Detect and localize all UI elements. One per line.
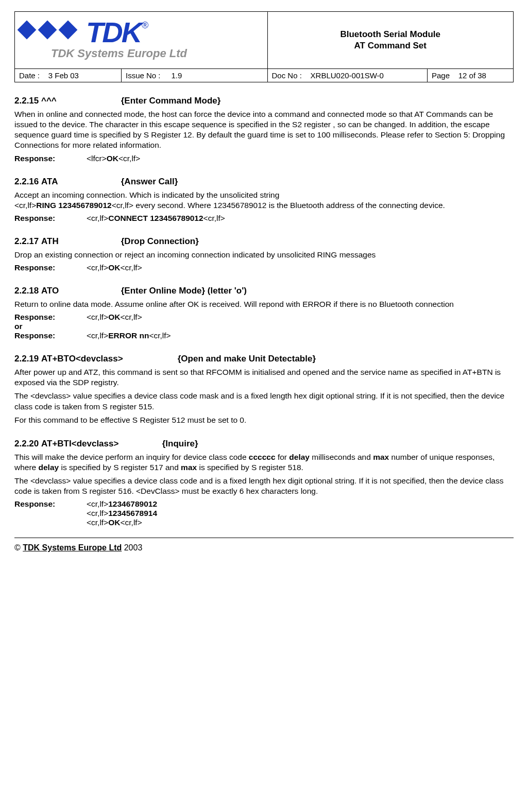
resp-value: <cr,lf>CONNECT 123456789012<cr,lf> <box>87 214 514 223</box>
sec-name: {Drop Connection} <box>121 236 199 246</box>
document-header: TDK ® TDK Systems Europe Ltd Bluetooth S… <box>14 11 514 82</box>
sec-name: {Enter Online Mode} (letter 'o') <box>121 286 247 296</box>
body-2215: When in online and connected mode, the h… <box>14 109 514 151</box>
resp-label: Response: <box>14 263 87 272</box>
resp-label: Response: <box>14 499 87 509</box>
sec-num: 2.2.15 <box>14 96 39 106</box>
or-label: or <box>14 322 23 331</box>
heading-2216: 2.2.16 ATA {Answer Call} <box>14 177 514 187</box>
page-label: Page <box>432 71 450 80</box>
sec-num: 2.2.19 <box>14 354 39 364</box>
body-2219-p3: For this command to be effective S Regis… <box>14 415 514 425</box>
docno-label: Doc No : <box>272 71 302 80</box>
sec-name: {Enter Command Mode} <box>121 96 221 106</box>
sec-cmd: ATH <box>41 236 59 246</box>
sec-cmd: AT+BTO<devclass> <box>41 354 123 364</box>
resp-label: Response: <box>14 214 87 223</box>
body-2216: Accept an incoming connection. Which is … <box>14 190 514 211</box>
resp-value: <cr,lf>ERROR nn<cr,lf> <box>87 331 514 340</box>
response-2220-1: Response: <cr,lf>12346789012 <box>14 499 514 509</box>
tdk-diamonds-icon <box>20 23 82 37</box>
resp-value: <cr,lf>OK<cr,lf> <box>87 263 514 272</box>
issue-cell: Issue No : 1.9 <box>122 69 268 82</box>
sec-num: 2.2.16 <box>14 177 39 186</box>
resp-label: Response: <box>14 313 87 322</box>
doc-title-line1: Bluetooth Serial Module <box>340 29 440 39</box>
issue-label: Issue No : <box>126 71 161 80</box>
body-2217: Drop an existing connection or reject an… <box>14 250 514 260</box>
response-2215: Response: <lfcr>OK<cr,lf> <box>14 154 514 163</box>
docno-cell: Doc No : XRBLU020-001SW-0 <box>267 69 427 82</box>
issue-value: 1.9 <box>171 71 182 80</box>
registered-mark: ® <box>142 20 148 31</box>
footer: © TDK Systems Europe Ltd 2003 <box>14 538 514 552</box>
response-2218-2: Response: <cr,lf>ERROR nn<cr,lf> <box>14 331 514 340</box>
resp-value: <lfcr>OK<cr,lf> <box>87 154 514 163</box>
body-2220-p2: The <devclass> value specifies a device … <box>14 476 514 496</box>
logo-cell: TDK ® TDK Systems Europe Ltd <box>15 12 268 69</box>
date-label: Date : <box>19 71 40 80</box>
page-cell: Page 12 of 38 <box>428 69 514 82</box>
logo: TDK ® TDK Systems Europe Ltd <box>15 20 267 60</box>
sec-num: 2.2.18 <box>14 286 39 296</box>
sec-num: 2.2.17 <box>14 236 39 246</box>
response-2217: Response: <cr,lf>OK<cr,lf> <box>14 263 514 272</box>
date-value: 3 Feb 03 <box>48 71 79 80</box>
heading-2219: 2.2.19 AT+BTO<devclass> {Open and make U… <box>14 354 514 364</box>
resp-label: Response: <box>14 331 87 340</box>
page-value: 12 of 38 <box>458 71 486 80</box>
sec-cmd: ^^^ <box>41 96 57 106</box>
sec-num: 2.2.20 <box>14 439 39 448</box>
resp-label: Response: <box>14 154 87 163</box>
footer-company: TDK Systems Europe Ltd <box>23 543 122 552</box>
footer-year: 2003 <box>122 543 142 552</box>
body-2219-p1: After power up and ATZ, this command is … <box>14 367 514 388</box>
sec-name: {Answer Call} <box>121 177 178 186</box>
logo-text: TDK <box>86 20 141 45</box>
heading-2220: 2.2.20 AT+BTI<devclass> {Inquire} <box>14 439 514 449</box>
sec-cmd: ATA <box>41 177 58 186</box>
date-cell: Date : 3 Feb 03 <box>15 69 122 82</box>
copyright-symbol: © <box>14 543 23 552</box>
heading-2215: 2.2.15 ^^^ {Enter Command Mode} <box>14 96 514 106</box>
resp-value: <cr,lf>12346789012 <box>87 499 514 509</box>
logo-subtitle: TDK Systems Europe Ltd <box>51 47 267 60</box>
sec-name: {Open and make Unit Detectable} <box>178 354 316 364</box>
doc-title-line2: AT Command Set <box>354 41 427 50</box>
doc-title-cell: Bluetooth Serial Module AT Command Set <box>267 12 513 69</box>
docno-value: XRBLU020-001SW-0 <box>311 71 384 80</box>
response-2216: Response: <cr,lf>CONNECT 123456789012<cr… <box>14 214 514 223</box>
sec-cmd: ATO <box>41 286 59 296</box>
body-2220-p1: This will make the device perform an inq… <box>14 452 514 473</box>
resp-value: <cr,lf>OK<cr,lf> <box>87 313 514 322</box>
heading-2218: 2.2.18 ATO {Enter Online Mode} (letter '… <box>14 286 514 296</box>
body-2219-p2: The <devclass> value specifies a device … <box>14 391 514 411</box>
heading-2217: 2.2.17 ATH {Drop Connection} <box>14 236 514 247</box>
response-2220-3: <cr,lf>OK<cr,lf> <box>87 518 514 527</box>
sec-cmd: AT+BTI<devclass> <box>41 439 118 448</box>
response-2220-2: <cr,lf>12345678914 <box>87 509 514 518</box>
body-2218: Return to online data mode. Assume onlin… <box>14 299 514 309</box>
response-2218-1: Response: <cr,lf>OK<cr,lf> <box>14 313 514 322</box>
sec-name: {Inquire} <box>162 439 198 448</box>
